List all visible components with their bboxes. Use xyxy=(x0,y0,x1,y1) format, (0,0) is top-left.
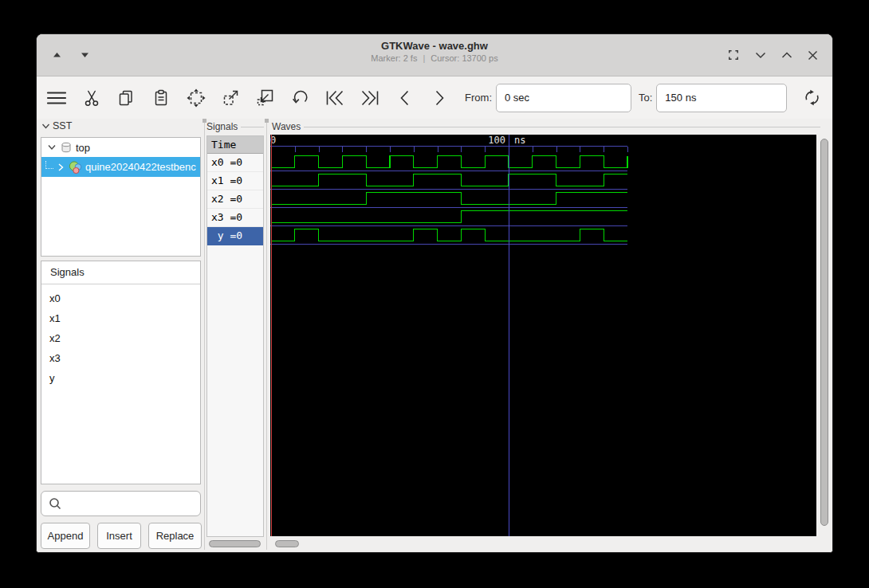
tree-branch-line xyxy=(45,161,53,169)
step-right-button[interactable] xyxy=(425,81,454,115)
cursor-status: Cursor: 13700 ps xyxy=(431,53,497,63)
signals-panel-title: Signals xyxy=(41,261,200,284)
paste-icon xyxy=(151,88,171,108)
zoom-fit-button[interactable] xyxy=(182,81,210,115)
minimize-button[interactable] xyxy=(753,50,768,61)
cut-button[interactable] xyxy=(77,81,106,115)
module-top-icon xyxy=(60,141,73,154)
shade-down-button[interactable] xyxy=(79,50,91,60)
to-first-edge-button[interactable] xyxy=(320,81,349,115)
wave-signal-row-x0[interactable]: x0 =0 xyxy=(207,154,263,172)
sst-header[interactable]: SST xyxy=(41,120,72,131)
signal-item-x0[interactable]: x0 xyxy=(41,288,200,308)
wave-signal-row-y[interactable]: y =0 xyxy=(207,227,263,245)
skip-to-start-icon xyxy=(324,88,345,108)
status-separator: | xyxy=(423,53,425,63)
menu-icon xyxy=(46,89,67,107)
signal-search-input[interactable] xyxy=(62,492,212,515)
from-label: From: xyxy=(465,92,492,104)
wave-signal-row-x3[interactable]: x3 =0 xyxy=(207,209,263,227)
svg-text:100: 100 xyxy=(488,135,505,146)
fullscreen-icon xyxy=(727,49,740,61)
signal-item-x2[interactable]: x2 xyxy=(41,328,200,348)
to-label: To: xyxy=(639,92,652,104)
wave-signal-name-list[interactable]: Time x0 =0x1 =0x2 =0x3 =0 y =0 xyxy=(206,135,264,537)
triangle-down-icon xyxy=(81,52,89,58)
tree-item-testbench[interactable]: quine20240422testbenc xyxy=(41,157,200,177)
titlebar[interactable]: GTKWave - wave.ghw Marker: 2 fs|Cursor: … xyxy=(37,34,832,76)
wave-signal-rows: x0 =0x1 =0x2 =0x3 =0 y =0 xyxy=(207,154,263,245)
triangle-up-icon xyxy=(53,52,61,58)
waves-frame-text: Waves xyxy=(272,121,301,132)
main-content: SST top quine2024042 xyxy=(37,119,832,552)
signal-item-y[interactable]: y xyxy=(41,368,200,388)
maximize-button[interactable] xyxy=(780,50,794,61)
undo-button[interactable] xyxy=(286,81,315,115)
module-hierarchy-icon xyxy=(68,160,82,174)
signal-search-box[interactable] xyxy=(41,491,201,516)
window-status: Marker: 2 fs|Cursor: 13700 ps xyxy=(37,53,832,65)
signal-item-x3[interactable]: x3 xyxy=(41,348,200,368)
scrollbar-thumb[interactable] xyxy=(275,540,299,547)
copy-icon xyxy=(116,88,136,108)
search-icon xyxy=(48,496,62,511)
expander-down-icon[interactable] xyxy=(47,143,57,152)
zoom-in-button[interactable] xyxy=(216,81,245,115)
chevron-right-icon xyxy=(431,88,448,108)
scrollbar-thumb[interactable] xyxy=(820,139,828,526)
close-icon xyxy=(808,50,818,61)
insert-button[interactable]: Insert xyxy=(97,523,141,549)
append-button[interactable]: Append xyxy=(41,523,90,549)
paste-button[interactable] xyxy=(147,81,175,115)
copy-button[interactable] xyxy=(112,81,140,115)
step-left-button[interactable] xyxy=(391,81,419,115)
window-title: GTKWave - wave.ghw xyxy=(37,39,832,53)
zoom-out-icon xyxy=(255,88,275,108)
reload-button[interactable] xyxy=(797,81,826,115)
waveform-plot: 0100ns xyxy=(270,135,816,536)
from-input[interactable] xyxy=(496,84,631,112)
chevron-down-icon xyxy=(755,52,766,59)
replace-button[interactable]: Replace xyxy=(148,523,202,549)
signals-panel: Signals x0x1x2x3y xyxy=(41,261,201,484)
expander-down-icon xyxy=(41,122,50,131)
shade-up-button[interactable] xyxy=(51,50,63,60)
tree-item-label: top xyxy=(76,142,90,154)
fullscreen-button[interactable] xyxy=(725,47,741,63)
waves-vscrollbar[interactable] xyxy=(820,135,830,536)
to-last-edge-button[interactable] xyxy=(356,81,384,115)
sst-tree-panel[interactable]: top quine20240422testbenc xyxy=(41,137,201,257)
titlebar-left-controls xyxy=(51,34,91,76)
to-input[interactable] xyxy=(656,84,787,112)
skip-to-end-icon xyxy=(360,88,380,108)
zoom-in-icon xyxy=(221,88,241,108)
chevron-up-icon xyxy=(781,52,792,59)
tree-item-top[interactable]: top xyxy=(41,138,200,157)
wave-signal-row-x1[interactable]: x1 =0 xyxy=(207,172,263,190)
undo-icon xyxy=(290,88,310,108)
marker-status: Marker: 2 fs xyxy=(371,53,417,63)
time-header[interactable]: Time xyxy=(207,136,263,154)
zoom-out-button[interactable] xyxy=(251,81,280,115)
main-toolbar: From: To: xyxy=(37,76,832,119)
signals-available-list: x0x1x2x3y xyxy=(41,284,200,388)
close-button[interactable] xyxy=(806,49,820,62)
cut-icon xyxy=(82,88,101,108)
titlebar-titles: GTKWave - wave.ghw Marker: 2 fs|Cursor: … xyxy=(37,39,832,65)
tree-item-label: quine20240422testbenc xyxy=(85,161,196,173)
reload-icon xyxy=(802,88,822,108)
pane-splitter-right[interactable] xyxy=(265,119,269,550)
waves-frame-label: Waves xyxy=(272,121,820,132)
wave-signal-row-x2[interactable]: x2 =0 xyxy=(207,190,263,209)
waveform-canvas[interactable]: 0100ns xyxy=(270,135,816,536)
signal-item-x1[interactable]: x1 xyxy=(41,308,200,328)
gtkwave-window: GTKWave - wave.ghw Marker: 2 fs|Cursor: … xyxy=(36,33,833,553)
waves-hscrollbar[interactable] xyxy=(270,539,816,548)
signal-list-frame-label: Signals xyxy=(206,121,264,132)
sst-label: SST xyxy=(53,120,72,131)
signal-list-hscrollbar[interactable] xyxy=(206,539,264,548)
signal-list-frame-text: Signals xyxy=(206,121,238,132)
menu-button[interactable] xyxy=(42,81,71,115)
expander-right-icon[interactable] xyxy=(56,163,65,172)
scrollbar-thumb[interactable] xyxy=(209,540,261,547)
